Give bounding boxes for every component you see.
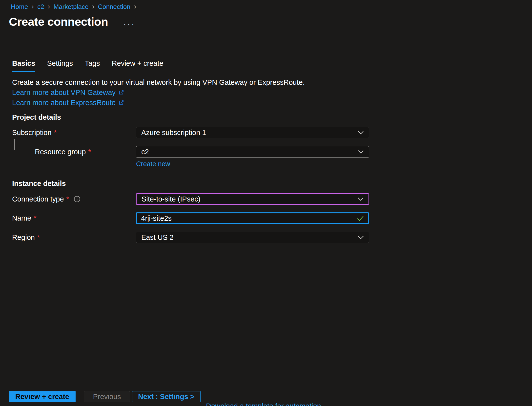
region-dropdown[interactable]: East US 2 bbox=[136, 232, 369, 243]
chevron-down-icon bbox=[358, 150, 364, 154]
required-asterisk: * bbox=[37, 233, 40, 242]
label-text: Subscription bbox=[12, 129, 52, 137]
required-asterisk: * bbox=[88, 148, 91, 156]
instance-details-heading: Instance details bbox=[12, 180, 66, 188]
chevron-down-icon bbox=[358, 197, 364, 201]
breadcrumb-connection[interactable]: Connection bbox=[98, 3, 130, 11]
resource-group-label: Resource group * bbox=[35, 146, 91, 158]
subscription-resource-connector bbox=[14, 139, 30, 150]
breadcrumb-marketplace[interactable]: Marketplace bbox=[54, 3, 89, 11]
learn-more-vpn-gateway-link[interactable]: Learn more about VPN Gateway bbox=[12, 88, 305, 97]
next-settings-button[interactable]: Next : Settings > bbox=[132, 391, 201, 402]
tab-basics[interactable]: Basics bbox=[12, 59, 35, 72]
required-asterisk: * bbox=[54, 129, 57, 137]
label-text: Connection type bbox=[12, 195, 64, 203]
label-text: Name bbox=[12, 214, 31, 222]
tab-settings[interactable]: Settings bbox=[47, 59, 73, 72]
region-label: Region * bbox=[12, 232, 40, 243]
info-icon[interactable] bbox=[74, 196, 81, 203]
valid-check-icon bbox=[357, 215, 364, 221]
chevron-down-icon bbox=[358, 236, 364, 239]
create-new-link[interactable]: Create new bbox=[136, 160, 170, 168]
link-label: Learn more about ExpressRoute bbox=[12, 98, 116, 107]
chevron-right-icon: › bbox=[134, 3, 136, 10]
title-row: Create connection ··· bbox=[9, 15, 136, 28]
create-connection-blade: Home › c2 › Marketplace › Connection › C… bbox=[0, 0, 532, 406]
external-link-icon bbox=[119, 90, 124, 95]
link-label: Learn more about VPN Gateway bbox=[12, 88, 116, 97]
required-asterisk: * bbox=[66, 195, 69, 203]
download-template-link[interactable]: Download a template for automation bbox=[206, 400, 321, 406]
breadcrumb-c2[interactable]: c2 bbox=[37, 3, 44, 11]
label-text: Resource group bbox=[35, 148, 86, 156]
chevron-down-icon bbox=[358, 131, 364, 134]
name-input[interactable] bbox=[141, 214, 357, 223]
review-create-button[interactable]: Review + create bbox=[9, 391, 76, 402]
label-text: Region bbox=[12, 233, 35, 242]
resource-group-dropdown[interactable]: c2 bbox=[136, 146, 369, 158]
chevron-right-icon: › bbox=[48, 3, 50, 10]
previous-button[interactable]: Previous bbox=[84, 391, 130, 402]
tab-tags[interactable]: Tags bbox=[85, 59, 100, 72]
name-label: Name * bbox=[12, 212, 37, 224]
tab-bar: Basics Settings Tags Review + create bbox=[12, 59, 163, 72]
resource-group-value: c2 bbox=[141, 148, 149, 156]
chevron-right-icon: › bbox=[92, 3, 94, 10]
chevron-right-icon: › bbox=[31, 3, 34, 10]
tab-review-create[interactable]: Review + create bbox=[112, 59, 164, 72]
breadcrumb-home[interactable]: Home bbox=[11, 3, 28, 11]
intro: Create a secure connection to your virtu… bbox=[12, 78, 305, 107]
connection-type-dropdown[interactable]: Site-to-site (IPsec) bbox=[136, 193, 369, 205]
page-title: Create connection bbox=[9, 15, 108, 28]
project-details-heading: Project details bbox=[12, 113, 61, 121]
intro-description: Create a secure connection to your virtu… bbox=[12, 78, 305, 87]
connection-type-label: Connection type * bbox=[12, 193, 81, 205]
learn-more-expressroute-link[interactable]: Learn more about ExpressRoute bbox=[12, 98, 305, 107]
connection-type-value: Site-to-site (IPsec) bbox=[142, 195, 201, 203]
subscription-dropdown[interactable]: Azure subscription 1 bbox=[136, 127, 369, 138]
name-field bbox=[136, 212, 369, 224]
region-value: East US 2 bbox=[141, 233, 174, 242]
breadcrumb: Home › c2 › Marketplace › Connection › bbox=[11, 3, 136, 11]
subscription-label: Subscription * bbox=[12, 127, 57, 138]
footer-action-bar: Review + create Previous Next : Settings… bbox=[0, 381, 532, 406]
required-asterisk: * bbox=[34, 214, 36, 222]
more-options-button[interactable]: ··· bbox=[123, 21, 136, 26]
external-link-icon bbox=[119, 100, 124, 105]
subscription-value: Azure subscription 1 bbox=[141, 129, 206, 137]
